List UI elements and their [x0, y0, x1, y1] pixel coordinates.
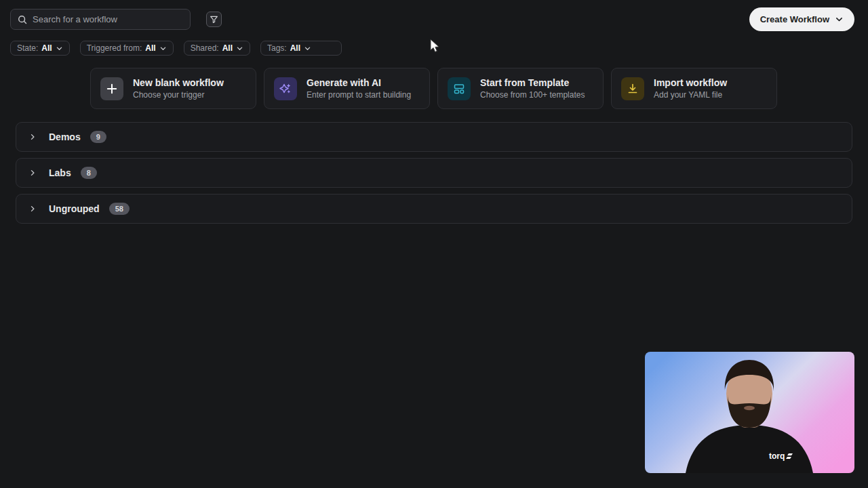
card-title: Import workflow	[654, 77, 727, 88]
create-workflow-button[interactable]: Create Workflow	[749, 7, 854, 31]
download-icon	[621, 77, 644, 100]
card-title: New blank workflow	[133, 77, 224, 88]
shirt-logo-text: torq	[769, 451, 785, 461]
filter-shared[interactable]: Shared: All	[184, 41, 250, 56]
chevron-right-icon[interactable]	[28, 133, 37, 141]
webcam-overlay: torq	[645, 352, 854, 473]
chevron-down-icon	[236, 45, 243, 52]
group-count-badge: 8	[81, 167, 97, 179]
chevron-down-icon	[304, 45, 311, 52]
card-subtitle: Enter prompt to start building	[307, 90, 411, 100]
filter-value: All	[290, 43, 300, 53]
plus-icon	[100, 77, 123, 100]
search-icon	[18, 15, 27, 24]
card-title: Start from Template	[480, 77, 585, 88]
group-name: Labs	[49, 167, 71, 178]
chevron-down-icon	[835, 15, 844, 24]
card-subtitle: Add your YAML file	[654, 90, 727, 100]
filter-label: State:	[17, 43, 38, 53]
group-count-badge: 58	[109, 203, 130, 215]
filter-button[interactable]	[206, 12, 222, 27]
filter-bar: State: All Triggered from: All Shared: A…	[10, 41, 342, 56]
group-count-badge: 9	[90, 131, 106, 143]
funnel-icon	[210, 15, 218, 24]
filter-triggered-from[interactable]: Triggered from: All	[80, 41, 174, 56]
create-options-row: New blank workflow Choose your trigger G…	[90, 68, 777, 109]
sparkles-icon	[274, 77, 297, 100]
chevron-down-icon	[159, 45, 167, 52]
group-row-labs[interactable]: Labs 8	[16, 158, 852, 188]
group-row-ungrouped[interactable]: Ungrouped 58	[16, 194, 852, 224]
start-from-template-card[interactable]: Start from Template Choose from 100+ tem…	[437, 68, 604, 109]
group-name: Demos	[49, 131, 81, 142]
filter-tags[interactable]: Tags: All	[260, 41, 342, 56]
chevron-right-icon[interactable]	[28, 205, 37, 213]
generate-with-ai-card[interactable]: Generate with AI Enter prompt to start b…	[264, 68, 430, 109]
filter-label: Triggered from:	[87, 43, 142, 53]
group-name: Ungrouped	[49, 203, 100, 214]
filter-value: All	[222, 43, 233, 53]
workflow-search[interactable]	[10, 9, 191, 30]
filter-label: Shared:	[191, 43, 219, 53]
chevron-down-icon	[56, 45, 63, 52]
card-subtitle: Choose from 100+ templates	[480, 90, 585, 100]
filter-value: All	[145, 43, 155, 53]
create-workflow-label: Create Workflow	[760, 14, 829, 24]
mouse-cursor	[429, 39, 441, 56]
presenter-illustration: torq	[645, 352, 854, 473]
group-row-demos[interactable]: Demos 9	[16, 122, 852, 152]
import-workflow-card[interactable]: Import workflow Add your YAML file	[611, 68, 777, 109]
filter-state[interactable]: State: All	[10, 41, 70, 56]
card-subtitle: Choose your trigger	[133, 90, 224, 100]
filter-label: Tags:	[267, 43, 287, 53]
card-title: Generate with AI	[307, 77, 411, 88]
new-blank-workflow-card[interactable]: New blank workflow Choose your trigger	[90, 68, 256, 109]
chevron-right-icon[interactable]	[28, 169, 37, 177]
template-icon	[448, 77, 471, 100]
search-input[interactable]	[33, 14, 183, 24]
filter-value: All	[41, 43, 52, 53]
